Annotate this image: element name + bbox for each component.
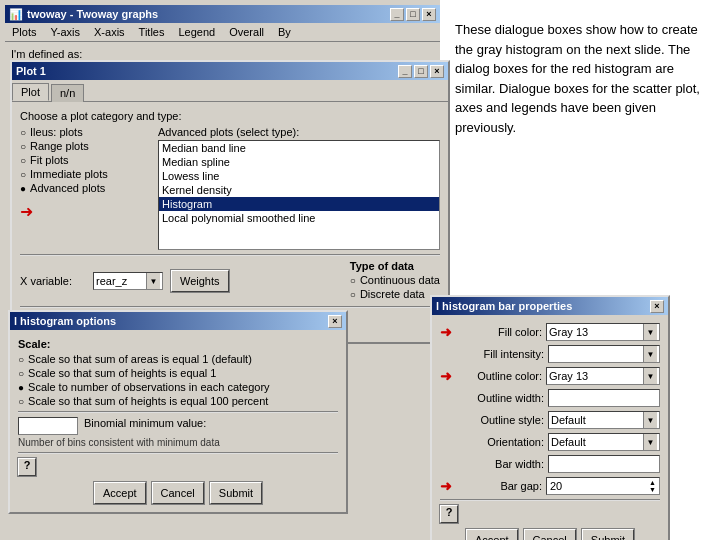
plot1-title-bar: Plot 1 _ □ × xyxy=(12,62,448,80)
scale-radio-label-3: Scale so that sum of heights is equal 10… xyxy=(28,395,268,407)
tab-nn[interactable]: n/n xyxy=(51,84,84,102)
bar-props-window: l histogram bar properties × ➜ Fill colo… xyxy=(430,295,670,540)
bar-props-cancel-btn[interactable]: Cancel xyxy=(524,529,576,540)
plot1-title-label: Plot 1 xyxy=(16,65,46,77)
spinner-down[interactable]: ▼ xyxy=(649,486,656,493)
bar-props-submit-btn[interactable]: Submit xyxy=(582,529,634,540)
list-median-band[interactable]: Median band line xyxy=(159,141,439,155)
bar-props-title-bar: l histogram bar properties × xyxy=(432,297,668,315)
fill-color-dropdown[interactable]: Gray 13 ▼ xyxy=(546,323,660,341)
list-median-spline[interactable]: Median spline xyxy=(159,155,439,169)
hist-options-window: l histogram options × Scale: Scale so th… xyxy=(8,310,348,514)
fill-intensity-dropdown-arrow: ▼ xyxy=(643,346,657,362)
hist-separator xyxy=(18,411,338,413)
plot1-body: Choose a plot category and type: Ileus: … xyxy=(12,102,448,342)
scale-radio-btn-1[interactable] xyxy=(18,367,24,379)
outline-width-input[interactable] xyxy=(548,389,660,407)
radio-range: Range plots xyxy=(20,140,150,152)
tab-plot[interactable]: Plot xyxy=(12,83,49,101)
plot1-close-btn[interactable]: × xyxy=(430,65,444,78)
xvar-row: X variable: rear_z ▼ Weights Type of dat… xyxy=(20,260,440,302)
scale-radio-btn-0[interactable] xyxy=(18,353,24,365)
scale-radio-0: Scale so that sum of areas is equal 1 (d… xyxy=(18,353,338,365)
type-continuous-btn[interactable] xyxy=(350,274,356,286)
plot1-minimize-btn[interactable]: _ xyxy=(398,65,412,78)
menu-by[interactable]: By xyxy=(275,25,294,39)
radio-immediate-btn[interactable] xyxy=(20,168,26,180)
fill-color-dropdown-arrow: ▼ xyxy=(643,324,657,340)
advanced-listbox[interactable]: Median band line Median spline Lowess li… xyxy=(158,140,440,250)
hist-submit-btn[interactable]: Submit xyxy=(210,482,262,504)
xvar-dropdown[interactable]: rear_z ▼ xyxy=(93,272,163,290)
radio-ileus: Ileus: plots xyxy=(20,126,150,138)
type-discrete-btn[interactable] xyxy=(350,288,356,300)
outline-color-dropdown[interactable]: Gray 13 ▼ xyxy=(546,367,660,385)
binwidth-row: Binomial minimum value: xyxy=(18,417,338,435)
hist-btn-row: Accept Cancel Submit xyxy=(18,482,338,504)
binwidth-note: Number of bins consistent with minimum d… xyxy=(18,437,338,448)
hist-help-btn[interactable]: ? xyxy=(18,458,36,476)
weights-btn[interactable]: Weights xyxy=(171,270,229,292)
hist-accept-btn[interactable]: Accept xyxy=(94,482,146,504)
scale-label: Scale: xyxy=(18,338,338,350)
orientation-dropdown[interactable]: Default ▼ xyxy=(548,433,660,451)
type-continuous-label: Continuous data xyxy=(360,274,440,286)
list-local-poly[interactable]: Local polynomial smoothed line xyxy=(159,211,439,225)
bar-props-separator xyxy=(440,499,660,501)
field-bar-gap: ➜ Bar gap: 20 ▲ ▼ xyxy=(440,477,660,495)
hist-options-body: Scale: Scale so that sum of areas is equ… xyxy=(10,330,346,512)
menu-xaxis[interactable]: X-axis xyxy=(91,25,128,39)
twoway-close-btn[interactable]: × xyxy=(422,8,436,21)
bar-props-title-label: l histogram bar properties xyxy=(436,300,572,312)
field-orientation: Orientation: Default ▼ xyxy=(440,433,660,451)
scale-radio-label-2: Scale to number of observations in each … xyxy=(28,381,270,393)
plot1-maximize-btn[interactable]: □ xyxy=(414,65,428,78)
description-text: These dialogue boxes show how to create … xyxy=(455,20,705,137)
plot-content-row: Ileus: plots Range plots Fit plots Immed… xyxy=(20,126,440,250)
menu-plots[interactable]: Plots xyxy=(9,25,39,39)
scale-radio-btn-2[interactable] xyxy=(18,381,24,393)
radio-fit-btn[interactable] xyxy=(20,154,26,166)
bar-width-label: Bar width: xyxy=(454,458,544,470)
bar-props-body: ➜ Fill color: Gray 13 ▼ Fill intensity: … xyxy=(432,315,668,540)
hist-options-close-btn[interactable]: × xyxy=(328,315,342,328)
fill-intensity-dropdown[interactable]: ▼ xyxy=(548,345,660,363)
list-kernel[interactable]: Kernel density xyxy=(159,183,439,197)
bar-gap-spinner: ▲ ▼ xyxy=(649,479,656,493)
bar-props-help-btn[interactable]: ? xyxy=(440,505,458,523)
outline-style-value: Default xyxy=(551,414,586,426)
type-of-data-section: Type of data Continuous data Discrete da… xyxy=(350,260,440,302)
scale-radio-3: Scale so that sum of heights is equal 10… xyxy=(18,395,338,407)
binwidth-label: Binomial minimum value: xyxy=(84,417,206,435)
menu-titles[interactable]: Titles xyxy=(136,25,168,39)
menu-yaxis[interactable]: Y-axis xyxy=(47,25,83,39)
radio-advanced-btn[interactable] xyxy=(20,182,26,194)
binwidth-input[interactable] xyxy=(18,417,78,435)
scale-radio-2: Scale to number of observations in each … xyxy=(18,381,338,393)
twoway-icon: 📊 xyxy=(9,8,23,21)
twoway-minimize-btn[interactable]: _ xyxy=(390,8,404,21)
list-lowess[interactable]: Lowess line xyxy=(159,169,439,183)
field-outline-color: ➜ Outline color: Gray 13 ▼ xyxy=(440,367,660,385)
radio-ileus-label: Ileus: plots xyxy=(30,126,83,138)
list-histogram[interactable]: Histogram xyxy=(159,197,439,211)
radio-ileus-btn[interactable] xyxy=(20,126,26,138)
menu-overall[interactable]: Overall xyxy=(226,25,267,39)
fill-color-value: Gray 13 xyxy=(549,326,588,338)
bar-width-input[interactable] xyxy=(548,455,660,473)
type-discrete-label: Discrete data xyxy=(360,288,425,300)
bar-gap-input[interactable]: 20 ▲ ▼ xyxy=(546,477,660,495)
menu-legend[interactable]: Legend xyxy=(175,25,218,39)
bar-props-close-btn[interactable]: × xyxy=(650,300,664,313)
hist-options-win-controls: × xyxy=(328,315,342,328)
fill-intensity-label: Fill intensity: xyxy=(454,348,544,360)
radio-range-btn[interactable] xyxy=(20,140,26,152)
field-outline-style: Outline style: Default ▼ xyxy=(440,411,660,429)
bar-props-accept-btn[interactable]: Accept xyxy=(466,529,518,540)
scale-radio-btn-3[interactable] xyxy=(18,395,24,407)
hist-cancel-btn[interactable]: Cancel xyxy=(152,482,204,504)
spinner-up[interactable]: ▲ xyxy=(649,479,656,486)
scale-radio-1: Scale so that sum of heights is equal 1 xyxy=(18,367,338,379)
twoway-maximize-btn[interactable]: □ xyxy=(406,8,420,21)
outline-style-dropdown[interactable]: Default ▼ xyxy=(548,411,660,429)
